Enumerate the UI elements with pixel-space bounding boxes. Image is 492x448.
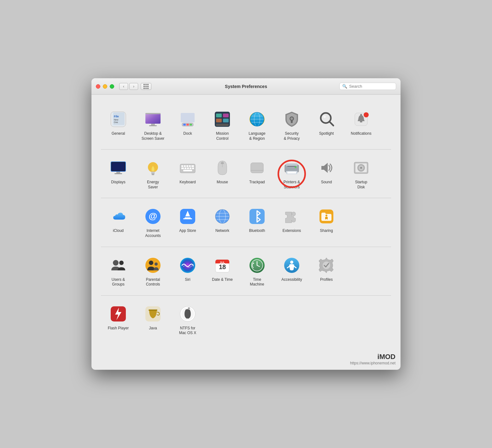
search-icon: 🔍 — [342, 84, 347, 89]
pref-internet-accounts[interactable]: @ InternetAccounts — [136, 203, 170, 241]
general-icon: ⚙ File New One — [109, 110, 127, 128]
pref-parental-controls[interactable]: ParentalControls — [136, 252, 170, 290]
parental-icon — [144, 256, 162, 274]
pref-network[interactable]: Network — [205, 203, 240, 241]
ntfs-icon — [179, 305, 196, 323]
nav-buttons: ‹ › — [119, 83, 138, 90]
svg-point-90 — [325, 215, 327, 216]
notifications-icon-wrap — [351, 109, 371, 129]
svg-rect-62 — [221, 162, 224, 164]
system-preferences-window: ‹ › System Preferences 🔍 ⚙ — [91, 78, 401, 370]
profiles-icon — [318, 256, 335, 274]
svg-point-93 — [145, 258, 161, 273]
accessibility-label: Accessibility — [281, 277, 302, 282]
printers-icon — [283, 159, 301, 177]
pref-trackpad[interactable]: Trackpad — [240, 155, 274, 193]
datetime-icon-wrap: JUL 18 — [212, 255, 232, 275]
pref-energy-saver[interactable]: EnergySaver — [136, 155, 170, 193]
app-store-icon — [179, 208, 196, 225]
printers-icon-wrap — [282, 158, 302, 178]
notifications-icon — [352, 110, 370, 128]
svg-rect-8 — [145, 113, 161, 114]
pref-security-privacy[interactable]: Security& Privacy — [274, 106, 309, 144]
keyboard-icon-wrap — [178, 158, 198, 178]
pref-extensions[interactable]: Extensions — [274, 203, 309, 241]
pref-flash-player[interactable]: Flash Player — [101, 301, 136, 339]
accessibility-icon — [283, 256, 301, 274]
svg-rect-15 — [190, 124, 192, 126]
language-icon — [248, 110, 266, 128]
section-personal: ⚙ File New One General — [101, 101, 391, 150]
notifications-label: Notifications — [351, 131, 371, 136]
pref-time-machine[interactable]: TimeMachine — [240, 252, 274, 290]
flash-icon — [109, 305, 127, 323]
spotlight-label: Spotlight — [319, 131, 334, 136]
section-hardware: Displays EnergySaver — [101, 150, 391, 198]
forward-button[interactable]: › — [129, 83, 138, 90]
svg-rect-10 — [149, 125, 157, 126]
pref-icloud[interactable]: iCloud — [101, 203, 136, 241]
pref-printers-scanners[interactable]: Printers &Scanners — [274, 155, 309, 193]
pref-spotlight[interactable]: Spotlight — [309, 106, 344, 144]
trackpad-icon — [248, 159, 266, 177]
pref-date-time[interactable]: JUL 18 Date & Time — [205, 252, 240, 290]
section-other: Flash Player Java — [101, 296, 391, 344]
siri-icon — [179, 256, 196, 274]
mission-control-label: MissionControl — [216, 131, 229, 141]
back-button[interactable]: ‹ — [119, 83, 128, 90]
pref-keyboard[interactable]: Keyboard — [170, 155, 205, 193]
energy-saver-label: EnergySaver — [147, 180, 159, 190]
minimize-button[interactable] — [103, 84, 107, 89]
svg-rect-19 — [216, 119, 222, 122]
svg-rect-56 — [184, 168, 186, 169]
pref-mission-control[interactable]: MissionControl — [205, 106, 240, 144]
pref-profiles[interactable]: Profiles — [309, 252, 344, 290]
pref-notifications[interactable]: Notifications — [344, 106, 378, 144]
startup-disk-label: StartupDisk — [355, 180, 367, 190]
time-machine-label: TimeMachine — [250, 277, 264, 287]
pref-sound[interactable]: Sound — [309, 155, 344, 193]
svg-rect-53 — [189, 165, 191, 167]
pref-siri[interactable]: Siri — [170, 252, 205, 290]
pref-startup-disk[interactable]: StartupDisk — [344, 155, 378, 193]
icloud-icon — [109, 208, 127, 225]
search-input[interactable] — [349, 84, 393, 89]
svg-point-37 — [364, 112, 369, 117]
svg-rect-63 — [251, 163, 263, 173]
pref-mouse[interactable]: Mouse — [205, 155, 240, 193]
pref-java[interactable]: Java — [136, 301, 170, 339]
startup-icon-wrap — [351, 158, 371, 178]
pref-bluetooth[interactable]: Bluetooth — [240, 203, 274, 241]
printers-scanners-label: Printers &Scanners — [284, 180, 300, 190]
svg-point-108 — [290, 261, 293, 264]
window-title: System Preferences — [225, 84, 267, 89]
extensions-icon-wrap — [282, 206, 302, 227]
app-store-label: App Store — [179, 228, 196, 233]
svg-rect-11 — [181, 113, 195, 122]
pref-dock[interactable]: Dock — [170, 106, 205, 144]
keyboard-icon — [179, 159, 196, 177]
svg-rect-58 — [190, 168, 191, 169]
brand-text: iMOD — [378, 353, 395, 361]
spotlight-icon — [318, 110, 335, 128]
pref-ntfs[interactable]: NTFS forMac OS X — [170, 301, 205, 339]
svg-rect-112 — [149, 309, 157, 311]
security-icon — [283, 110, 301, 128]
svg-rect-57 — [187, 168, 189, 169]
pref-users-groups[interactable]: Users &Groups — [101, 252, 136, 290]
pref-accessibility[interactable]: Accessibility — [274, 252, 309, 290]
pref-displays[interactable]: Displays — [101, 155, 136, 193]
pref-language-region[interactable]: Language& Region — [240, 106, 274, 144]
pref-sharing[interactable]: Sharing — [309, 203, 344, 241]
network-icon-wrap — [212, 206, 232, 227]
grid-view-button[interactable] — [141, 83, 151, 90]
close-button[interactable] — [96, 84, 100, 89]
energy-icon-wrap — [143, 158, 163, 178]
pref-desktop-screen-saver[interactable]: Desktop &Screen Saver — [136, 106, 170, 144]
maximize-button[interactable] — [110, 84, 114, 89]
section-system: Users &Groups ParentalControls — [101, 247, 391, 296]
svg-point-95 — [155, 262, 158, 266]
pref-general[interactable]: ⚙ File New One General — [101, 106, 136, 144]
pref-app-store[interactable]: App Store — [170, 203, 205, 241]
search-box[interactable]: 🔍 — [339, 83, 396, 90]
